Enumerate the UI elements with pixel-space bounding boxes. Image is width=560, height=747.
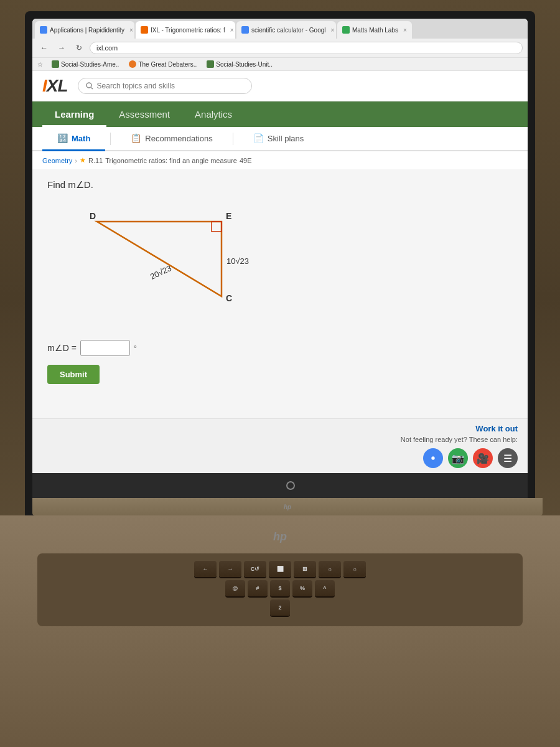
key-brightness-up[interactable]: ☼ <box>343 561 366 577</box>
address-bar-row: ← → ↻ ixl.com <box>32 39 528 58</box>
nav-learning-label: Learning <box>55 109 94 120</box>
work-it-out-title: Work it out <box>475 424 518 433</box>
ixl-app: IXL Learning <box>32 71 528 473</box>
chrome-help-button[interactable] <box>423 448 443 468</box>
triangle-svg: D E C 20√23 10√23 <box>60 203 271 327</box>
ixl-main-nav: Learning Assessment Analytics <box>32 101 528 127</box>
video-icon: 📷 <box>452 453 464 464</box>
back-button[interactable]: ← <box>37 41 51 55</box>
video2-help-button[interactable]: 🎥 <box>473 448 493 468</box>
tab-close[interactable]: × <box>129 27 133 34</box>
ixl-logo: IXL <box>42 76 68 96</box>
key-at[interactable]: @ <box>225 580 245 596</box>
video2-icon: 🎥 <box>477 453 489 464</box>
key-2[interactable]: 2 <box>270 599 290 616</box>
bookmarks-bar: ☆ Social-Studies-Ame.. The Great Debater… <box>32 58 528 71</box>
nav-learning[interactable]: Learning <box>42 101 106 127</box>
key-windows[interactable]: ⊞ <box>294 561 316 577</box>
hp-logo-base: hp <box>284 504 291 510</box>
math-icon: 🔢 <box>57 133 68 143</box>
key-row-2: 2 <box>45 599 515 616</box>
tab-close-ixl[interactable]: × <box>230 27 234 34</box>
address-bar[interactable]: ixl.com <box>90 42 523 54</box>
tab-bar: Applications | Rapididentity × IXL - Tri… <box>32 19 528 39</box>
key-dollar[interactable]: $ <box>270 580 290 596</box>
breadcrumb-star: ★ <box>80 156 86 164</box>
forward-button[interactable]: → <box>55 41 68 55</box>
nav-analytics[interactable]: Analytics <box>182 101 245 127</box>
bookmark-label-3: Social-Studies-Unit.. <box>216 61 273 68</box>
keyboard-area: hp ← → C↺ ⬜ ⊞ ☼ ☼ @ # $ % ^ 2 <box>0 515 560 747</box>
tab-matts[interactable]: Matts Math Labs × <box>337 21 412 39</box>
problem-title: Find m∠D. <box>47 179 513 190</box>
subnav-recommendations-label: Recommendations <box>145 134 212 143</box>
address-text: ixl.com <box>96 44 118 52</box>
key-back[interactable]: ← <box>194 561 217 577</box>
subnav-skill-plans[interactable]: 📄 Skill plans <box>238 127 319 151</box>
submit-button[interactable]: Submit <box>47 365 100 384</box>
subnav-math-label: Math <box>72 134 90 143</box>
subnav-divider-2 <box>233 133 233 145</box>
tab-ixl[interactable]: IXL - Trigonometric ratios: f × <box>136 21 235 39</box>
refresh-button[interactable]: ↻ <box>72 41 86 55</box>
ixl-subnav: 🔢 Math 📋 Recommendations 📄 Skill plans <box>32 127 528 151</box>
browser-taskbar <box>32 473 528 498</box>
vertex-e-label: E <box>226 211 231 221</box>
degree-symbol: ° <box>134 344 137 353</box>
tab-close-calc[interactable]: × <box>331 27 335 34</box>
triangle-diagram: D E C 20√23 10√23 <box>60 203 271 327</box>
skill-plans-icon: 📄 <box>253 133 264 143</box>
nav-assessment[interactable]: Assessment <box>106 101 182 127</box>
right-angle-marker <box>212 222 222 232</box>
subnav-divider-1 <box>110 133 111 145</box>
hypotenuse-label: 20√23 <box>149 263 173 281</box>
tab-label-ixl: IXL - Trigonometric ratios: f <box>151 27 225 34</box>
laptop-outer: Applications | Rapididentity × IXL - Tri… <box>0 0 560 747</box>
bookmark-social-studies-unit[interactable]: Social-Studies-Unit.. <box>203 59 276 69</box>
subnav-math[interactable]: 🔢 Math <box>42 127 105 151</box>
breadcrumb-skill-code: R.11 <box>88 157 103 164</box>
recommendations-icon: 📋 <box>131 133 141 143</box>
bookmark-icon-3 <box>207 60 214 68</box>
circle-indicator <box>286 481 295 490</box>
key-fullscreen[interactable]: ⬜ <box>269 561 291 577</box>
breadcrumb-problem-number: 49E <box>240 157 252 164</box>
tab-close-matts[interactable]: × <box>403 27 407 34</box>
subnav-recommendations[interactable]: 📋 Recommendations <box>116 127 227 151</box>
bookmark-social-studies-ame[interactable]: Social-Studies-Ame.. <box>48 59 123 69</box>
menu-help-button[interactable]: ☰ <box>498 448 518 468</box>
svg-line-1 <box>91 88 93 90</box>
svg-point-0 <box>86 83 91 88</box>
work-it-out-section: Work it out Not feeling ready yet? These… <box>32 418 528 473</box>
key-refresh[interactable]: C↺ <box>244 561 266 577</box>
ixl-search-bar[interactable] <box>78 78 252 94</box>
key-caret[interactable]: ^ <box>315 580 335 596</box>
subnav-skill-plans-label: Skill plans <box>268 134 304 143</box>
problem-area: Find m∠D. D E C <box>32 169 528 418</box>
vertex-c-label: C <box>226 293 232 303</box>
tab-favicon-calc <box>241 26 249 34</box>
tab-label-calc: scientific calculator - Googl <box>251 27 326 34</box>
breadcrumb-subject[interactable]: Geometry <box>42 157 72 164</box>
breadcrumb-sep: › <box>75 157 77 164</box>
chrome-icon <box>428 453 438 463</box>
tab-calculator[interactable]: scientific calculator - Googl × <box>236 21 336 39</box>
key-percent[interactable]: % <box>292 580 312 596</box>
bookmarks-label: ☆ <box>37 61 43 68</box>
key-forward[interactable]: → <box>219 561 241 577</box>
keyboard-deck: ← → C↺ ⬜ ⊞ ☼ ☼ @ # $ % ^ 2 <box>37 553 523 626</box>
answer-row: m∠D = ° <box>47 340 513 356</box>
video-help-button[interactable]: 📷 <box>448 448 468 468</box>
ixl-header: IXL <box>32 71 528 101</box>
bookmark-great-debaters[interactable]: The Great Debaters.. <box>125 59 200 69</box>
hp-logo-area: hp <box>273 530 287 543</box>
key-hash[interactable]: # <box>248 580 268 596</box>
answer-input[interactable] <box>80 340 130 356</box>
bookmark-icon-1 <box>52 60 59 68</box>
vertex-d-label: D <box>90 211 96 221</box>
key-row-function: ← → C↺ ⬜ ⊞ ☼ ☼ <box>45 561 515 577</box>
key-brightness-down[interactable]: ☼ <box>319 561 341 577</box>
search-input[interactable] <box>97 82 244 90</box>
tab-applications[interactable]: Applications | Rapididentity × <box>35 21 134 39</box>
help-icons-row: 📷 🎥 ☰ <box>423 448 518 468</box>
